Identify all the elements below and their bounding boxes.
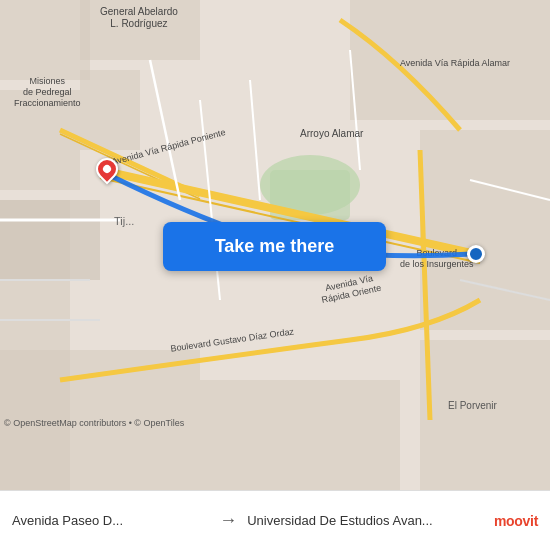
destination-label: Universidad De Estudios Avan...	[247, 513, 484, 528]
destination-marker	[467, 245, 485, 263]
svg-rect-2	[0, 90, 80, 190]
destination-info: Universidad De Estudios Avan...	[247, 513, 484, 528]
map-container: General AbelardoL. Rodríguez Misionesde …	[0, 0, 550, 490]
osm-credit: © OpenStreetMap contributors • © OpenTil…	[4, 418, 184, 428]
svg-rect-11	[200, 380, 400, 490]
arrow-icon: →	[219, 510, 237, 531]
moovit-text: moovit	[494, 513, 538, 529]
origin-label: Avenida Paseo D...	[12, 513, 209, 528]
origin-marker	[96, 158, 118, 180]
svg-rect-8	[420, 130, 550, 330]
svg-rect-4	[80, 0, 200, 60]
origin-info: Avenida Paseo D...	[12, 513, 209, 528]
svg-rect-9	[420, 340, 550, 490]
svg-rect-5	[80, 70, 140, 150]
svg-rect-7	[350, 0, 550, 120]
take-me-there-button[interactable]: Take me there	[163, 222, 386, 271]
svg-rect-1	[0, 0, 90, 80]
bottom-bar: Avenida Paseo D... → Universidad De Estu…	[0, 490, 550, 550]
moovit-logo: moovit	[494, 513, 538, 529]
svg-rect-6	[0, 200, 100, 280]
